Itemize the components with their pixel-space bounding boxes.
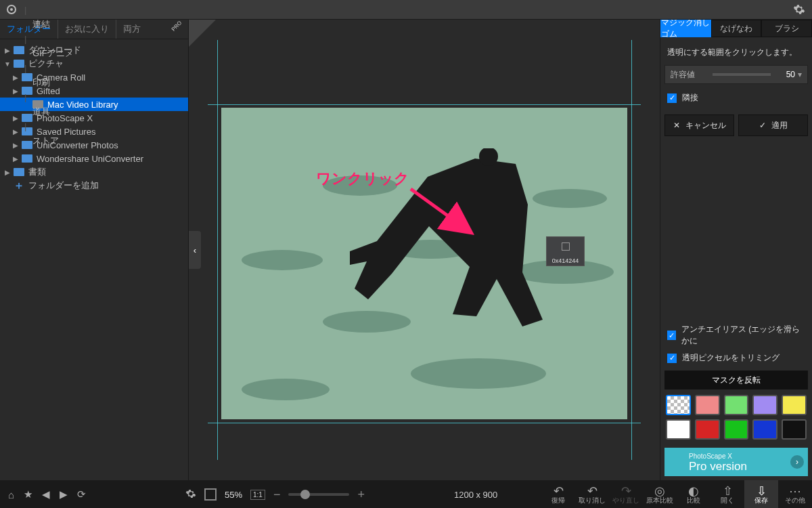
bottom-tool-redo: ↷やり直し xyxy=(609,480,643,508)
zoom-in-button[interactable]: + xyxy=(357,488,365,502)
main-area: フォルダーお気に入り両方 ▶ダウンロード▼ピクチャ▶Camera Roll▶Gi… xyxy=(0,20,812,480)
tree-toggle-icon[interactable]: ▶ xyxy=(12,142,19,149)
bottom-toolbar: ⌂ ★ ◀ ▶ ⟳ 55% 1:1 − + 1200 x 900 ↶復帰↶取り消… xyxy=(0,480,812,508)
bottom-tool-compare1[interactable]: ◎原本比較 xyxy=(643,480,677,508)
nav-forward-icon[interactable]: ▶ xyxy=(60,488,68,501)
contiguous-label: 隣接 xyxy=(682,92,698,104)
bottom-tool-compare2[interactable]: ◐比較 xyxy=(677,480,710,508)
contiguous-checkbox-row[interactable]: ✓ 隣接 xyxy=(660,89,812,106)
tree-item-Wondershare UniConverter[interactable]: ▶Wondershare UniConverter xyxy=(0,152,188,165)
tolerance-stepper[interactable]: ▾ xyxy=(798,70,807,79)
menu-ストア[interactable]: ストア xyxy=(24,131,102,150)
tree-toggle-icon[interactable]: ▶ xyxy=(12,114,19,122)
checkbox-checked-icon[interactable]: ✓ xyxy=(667,354,677,363)
bg-swatch-#ef8a8a[interactable] xyxy=(695,395,720,415)
tool-tabs: マジック消しゴムなげなわブラシ xyxy=(660,20,812,37)
canvas-area[interactable]: PRO ‹ ワンクリック xyxy=(189,20,660,480)
bg-swatch-#a18bf2[interactable] xyxy=(752,395,777,415)
tree-toggle-icon[interactable]: ▶ xyxy=(4,47,11,54)
sidebar-tab-両方[interactable]: 両方 xyxy=(116,20,148,39)
tree-toggle-icon[interactable]: ▶ xyxy=(4,169,11,176)
folder-icon xyxy=(14,46,24,54)
tool-tab-ブラシ[interactable]: ブラシ xyxy=(761,20,812,37)
settings-gear-icon[interactable] xyxy=(793,0,805,19)
tree-label: フォルダーを追加 xyxy=(28,179,99,192)
bottom-tool-undo2[interactable]: ↶取り消し xyxy=(575,480,609,508)
menu-印刷[interactable]: 印刷 xyxy=(24,73,102,92)
tolerance-label: 許容値 xyxy=(665,69,713,81)
tolerance-value: 50 xyxy=(775,70,798,79)
bg-swatch-#73e071[interactable] xyxy=(724,395,749,415)
tree-toggle-icon[interactable]: ▶ xyxy=(12,87,19,95)
antialias-checkbox-row[interactable]: ✓ アンチエイリアス (エッジを滑らかに xyxy=(660,321,812,350)
bg-swatch-#d62424[interactable] xyxy=(695,419,720,440)
checkbox-checked-icon[interactable]: ✓ xyxy=(667,331,676,340)
tool-tab-なげなわ[interactable]: なげなわ xyxy=(711,20,762,37)
sidebar-collapse-button[interactable]: ‹ xyxy=(189,231,201,269)
bottom-tool-more[interactable]: ⋯その他 xyxy=(778,480,812,508)
menu-GIFアニメ[interactable]: GIFアニメ xyxy=(24,44,102,63)
annotation-label: ワンクリック xyxy=(316,169,409,189)
zoom-out-button[interactable]: − xyxy=(273,488,281,502)
open-icon: ⇧ xyxy=(723,484,733,494)
background-swatches xyxy=(660,395,812,445)
tree-toggle-icon[interactable]: ▶ xyxy=(12,74,19,81)
annotation-arrow-icon xyxy=(407,182,482,243)
bg-swatch-checker[interactable] xyxy=(666,395,691,415)
cancel-button[interactable]: ✕ キャンセル xyxy=(664,114,734,136)
topbar: 写真ビューアー|写真編集|カットアウト|一括編集|コラージュ|連結|GIFアニメ… xyxy=(0,0,812,20)
svg-point-1 xyxy=(10,8,13,11)
compare1-icon: ◎ xyxy=(654,484,665,494)
bottom-tool-label: やり直し xyxy=(612,496,639,505)
tolerance-slider[interactable] xyxy=(713,73,771,76)
undo-icon: ↶ xyxy=(554,484,564,494)
bg-swatch-#111111[interactable] xyxy=(782,419,807,440)
pro-version-promo[interactable]: PhotoScape X Pro version › xyxy=(664,448,808,476)
invert-mask-button[interactable]: マスクを反転 xyxy=(664,371,808,389)
bg-swatch-#f4e84f[interactable] xyxy=(782,395,807,415)
tool-panel: マジック消しゴムなげなわブラシ 透明にする範囲をクリックします。 許容値 50 … xyxy=(660,20,812,480)
home-icon[interactable]: ⌂ xyxy=(8,489,14,501)
tree-toggle-icon[interactable]: ▶ xyxy=(12,128,19,135)
svg-line-3 xyxy=(411,189,472,233)
tree-label: 書類 xyxy=(28,166,46,178)
zoom-slider[interactable] xyxy=(288,493,349,496)
bg-swatch-#17c21b[interactable] xyxy=(724,419,749,440)
menu-道具[interactable]: 道具 xyxy=(24,102,102,121)
redo-icon: ↷ xyxy=(621,484,631,494)
sidebar-settings-icon[interactable] xyxy=(185,488,196,501)
trim-checkbox-row[interactable]: ✓ 透明ピクセルをトリミング xyxy=(660,350,812,366)
bottom-tool-save[interactable]: ⇩保存 xyxy=(744,480,778,508)
aspect-icon[interactable] xyxy=(204,488,217,501)
promo-arrow-icon: › xyxy=(790,455,804,469)
bottom-tool-label: 復帰 xyxy=(551,496,565,505)
tree-toggle-icon[interactable]: ▼ xyxy=(4,60,11,68)
bottom-tool-open[interactable]: ⇧開く xyxy=(710,480,744,508)
bg-swatch-#ffffff[interactable] xyxy=(666,419,691,440)
tree-toggle-icon[interactable]: ▶ xyxy=(12,155,19,163)
eyedropper-tooltip: 0x414244 xyxy=(546,236,585,266)
bottom-tool-label: 保存 xyxy=(754,496,768,505)
zoom-1to1-button[interactable]: 1:1 xyxy=(250,490,265,500)
promo-line2: Pro version xyxy=(689,460,747,473)
tree-item-書類[interactable]: ▶書類 xyxy=(0,165,188,179)
image-canvas[interactable]: ワンクリック 0x414244 xyxy=(221,108,627,419)
bottom-tool-undo[interactable]: ↶復帰 xyxy=(541,480,575,508)
tool-tab-マジック消しゴム[interactable]: マジック消しゴム xyxy=(660,20,711,37)
refresh-icon[interactable]: ⟳ xyxy=(77,488,86,501)
bg-swatch-#1437d4[interactable] xyxy=(752,419,777,440)
tree-item-フォルダーを追加[interactable]: ＋フォルダーを追加 xyxy=(0,179,188,192)
tolerance-row[interactable]: 許容値 50 ▾ xyxy=(664,65,808,84)
menu-連結[interactable]: 連結 xyxy=(24,15,102,34)
bottom-tool-label: 比較 xyxy=(687,496,700,505)
more-icon: ⋯ xyxy=(789,484,801,494)
menu-コラージュ[interactable]: コラージュ xyxy=(24,0,102,5)
folder-icon xyxy=(14,60,24,68)
checkbox-checked-icon[interactable]: ✓ xyxy=(667,93,677,103)
nav-back-icon[interactable]: ◀ xyxy=(42,488,50,501)
zoom-percent: 55% xyxy=(225,490,242,500)
apply-button[interactable]: ✓ 適用 xyxy=(738,114,808,136)
undo2-icon: ↶ xyxy=(587,484,597,494)
app-logo-icon xyxy=(5,3,18,16)
star-icon[interactable]: ★ xyxy=(24,488,32,501)
